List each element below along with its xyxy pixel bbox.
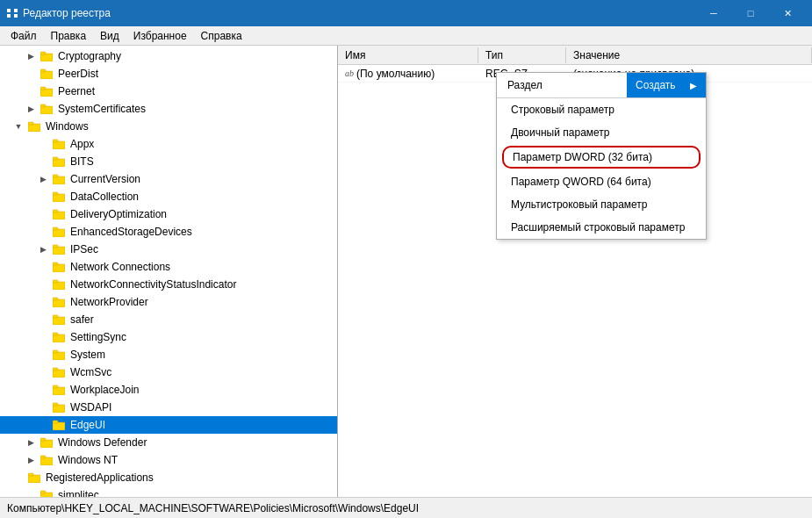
tree-item-appx[interactable]: Appx xyxy=(0,135,337,153)
cell-name: ab(По умолчанию) xyxy=(338,67,478,81)
tree-item-windowsnt[interactable]: ▶ Windows NT xyxy=(0,451,337,469)
tree-item-systemcertificates[interactable]: ▶ SystemCertificates xyxy=(0,100,337,118)
context-menu-panel: Раздел Создать ▶ Строковый параметрДвоич… xyxy=(496,72,707,240)
tree-item-cryptography[interactable]: ▶ Cryptography xyxy=(0,47,337,65)
tree-item-windowsdefender[interactable]: ▶ Windows Defender xyxy=(0,434,337,451)
tree-item-label: WSDAPI xyxy=(70,401,111,414)
expand-icon[interactable] xyxy=(37,331,49,343)
expand-icon[interactable] xyxy=(25,489,37,497)
expand-icon[interactable] xyxy=(37,226,49,238)
svg-rect-3 xyxy=(40,69,46,72)
svg-rect-51 xyxy=(40,491,46,493)
tree-item-settingsync[interactable]: SettingSync xyxy=(0,328,337,346)
expand-icon[interactable] xyxy=(37,384,49,396)
tree-item-bits[interactable]: BITS xyxy=(0,153,337,170)
tree-item-system[interactable]: System xyxy=(0,346,337,363)
expand-icon[interactable] xyxy=(25,85,37,97)
svg-rect-35 xyxy=(53,350,58,353)
menu-favorites[interactable]: Избранное xyxy=(126,28,194,44)
tree-item-ipsec[interactable]: ▶ IPSec xyxy=(0,241,337,258)
expand-icon[interactable] xyxy=(12,471,25,484)
svg-rect-30 xyxy=(53,317,65,325)
menu-help[interactable]: Справка xyxy=(194,28,249,44)
menu-edit[interactable]: Правка xyxy=(44,28,94,44)
context-menu-item-multistring-param[interactable]: Мультистроковый параметр xyxy=(497,193,706,216)
tree-item-edgeui[interactable]: EdgeUI xyxy=(0,416,337,434)
tree-item-safer[interactable]: safer xyxy=(0,311,337,328)
tree-item-deliveryoptimization[interactable]: DeliveryOptimization xyxy=(0,205,337,223)
ab-icon: ab xyxy=(345,68,354,78)
svg-rect-9 xyxy=(28,122,33,125)
folder-icon xyxy=(40,488,54,497)
expand-icon[interactable]: ▶ xyxy=(25,436,37,449)
svg-rect-40 xyxy=(53,405,65,413)
svg-rect-14 xyxy=(53,176,65,184)
expand-icon[interactable]: ▶ xyxy=(25,50,37,62)
expand-icon[interactable] xyxy=(37,349,49,361)
svg-rect-17 xyxy=(53,192,58,195)
tree-item-label: IPSec xyxy=(70,243,98,255)
svg-rect-39 xyxy=(53,385,58,388)
tree-pane: ▶ Cryptography PeerDist Peernet▶ SystemC… xyxy=(0,46,338,497)
context-menu: Раздел Создать ▶ Строковый параметрДвоич… xyxy=(496,72,707,240)
context-menu-item-dword-param[interactable]: Параметр DWORD (32 бита) xyxy=(502,146,701,169)
close-button[interactable]: ✕ xyxy=(770,4,805,22)
minimize-button[interactable]: ─ xyxy=(696,4,731,22)
tree-item-workplacejoin[interactable]: WorkplaceJoin xyxy=(0,381,337,399)
expand-icon[interactable] xyxy=(37,296,49,308)
tree-item-networkconnectivitystatusindicator[interactable]: NetworkConnectivityStatusIndicator xyxy=(0,276,337,293)
tree-item-wsdapi[interactable]: WSDAPI xyxy=(0,399,337,416)
context-menu-item-binary-param[interactable]: Двоичный параметр xyxy=(497,121,706,144)
folder-icon xyxy=(52,383,66,397)
expand-icon[interactable] xyxy=(37,366,49,378)
folder-icon xyxy=(52,313,66,327)
menu-view[interactable]: Вид xyxy=(93,28,126,44)
expand-icon[interactable]: ▼ xyxy=(12,120,25,133)
tree-item-label: Cryptography xyxy=(58,50,121,62)
tree-item-label: PeerDist xyxy=(58,68,98,80)
svg-rect-45 xyxy=(40,438,46,441)
expand-icon[interactable] xyxy=(37,191,49,203)
expand-icon[interactable] xyxy=(37,261,49,273)
expand-icon[interactable]: ▶ xyxy=(37,243,49,255)
tree-item-enhancedstoragedevices[interactable]: EnhancedStorageDevices xyxy=(0,223,337,241)
expand-icon[interactable]: ▶ xyxy=(25,103,37,115)
svg-rect-4 xyxy=(40,89,53,97)
svg-rect-46 xyxy=(40,457,53,465)
tree-item-wcmsvc[interactable]: WcmSvc xyxy=(0,363,337,381)
expand-icon[interactable]: ▶ xyxy=(25,454,37,466)
menu-file[interactable]: Файл xyxy=(4,28,44,44)
expand-icon[interactable]: ▶ xyxy=(37,173,49,185)
expand-icon[interactable] xyxy=(37,401,49,414)
context-menu-item-string-param[interactable]: Строковый параметр xyxy=(497,98,706,121)
tree-scroll[interactable]: ▶ Cryptography PeerDist Peernet▶ SystemC… xyxy=(0,46,337,497)
expand-icon[interactable] xyxy=(37,155,49,168)
create-button[interactable]: Создать ▶ xyxy=(627,73,706,97)
tree-item-peernet[interactable]: Peernet xyxy=(0,83,337,100)
tree-item-datacollection[interactable]: DataCollection xyxy=(0,188,337,205)
folder-icon xyxy=(52,348,66,362)
tree-item-label: WcmSvc xyxy=(70,366,111,378)
folder-icon xyxy=(40,102,54,116)
tree-item-networkconnections[interactable]: Network Connections xyxy=(0,258,337,276)
svg-rect-27 xyxy=(53,280,58,283)
context-menu-item-qword-param[interactable]: Параметр QWORD (64 бита) xyxy=(497,170,706,193)
expand-icon[interactable] xyxy=(37,419,49,431)
svg-rect-28 xyxy=(53,299,65,307)
expand-icon[interactable] xyxy=(37,278,49,291)
tree-item-networkprovider[interactable]: NetworkProvider xyxy=(0,293,337,311)
tree-item-currentversion[interactable]: ▶ CurrentVersion xyxy=(0,170,337,188)
context-menu-item-expandable-param[interactable]: Расширяемый строковый параметр xyxy=(497,216,706,239)
tree-item-windows[interactable]: ▼ Windows xyxy=(0,118,337,135)
svg-rect-41 xyxy=(53,403,58,406)
folder-icon xyxy=(52,400,66,414)
svg-rect-6 xyxy=(40,106,53,114)
expand-icon[interactable] xyxy=(37,138,49,150)
tree-item-registeredapplications[interactable]: RegisteredApplications xyxy=(0,469,337,486)
expand-icon[interactable] xyxy=(25,68,37,80)
maximize-button[interactable]: □ xyxy=(733,4,768,22)
tree-item-simplitec[interactable]: simplitec xyxy=(0,486,337,497)
tree-item-peerdist[interactable]: PeerDist xyxy=(0,65,337,83)
expand-icon[interactable] xyxy=(37,313,49,326)
expand-icon[interactable] xyxy=(37,208,49,220)
